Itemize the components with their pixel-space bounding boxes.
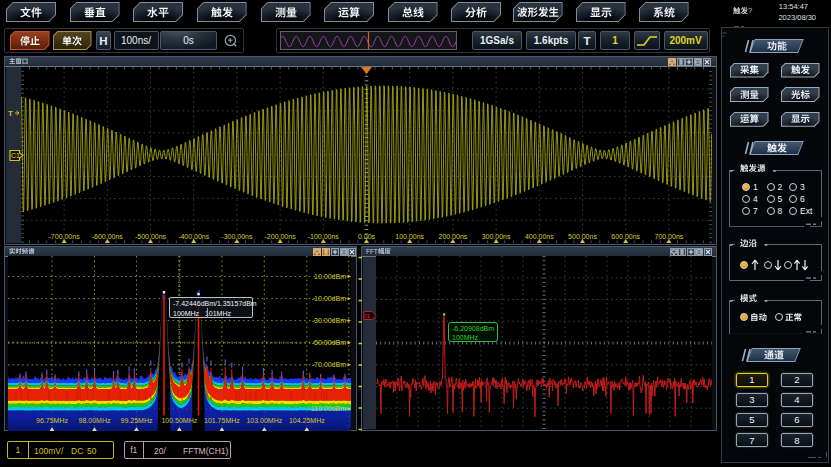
- svg-text:200.00ns: 200.00ns: [438, 233, 467, 240]
- svg-text:f1: f1: [365, 313, 371, 319]
- svg-text:T: T: [8, 109, 13, 118]
- svg-text:-700.00ns: -700.00ns: [49, 233, 81, 240]
- svg-text:400.00ns: 400.00ns: [525, 233, 554, 240]
- svg-text:-300.00ns: -300.00ns: [221, 233, 253, 240]
- svg-text:-100.00ns: -100.00ns: [308, 233, 340, 240]
- svg-text:0.00s: 0.00s: [358, 233, 376, 240]
- svg-text:-400.00ns: -400.00ns: [178, 233, 210, 240]
- svg-text:-500.00ns: -500.00ns: [135, 233, 167, 240]
- svg-text:100.00ns: 100.00ns: [395, 233, 424, 240]
- svg-text:600.00ns: 600.00ns: [611, 233, 640, 240]
- svg-text:C1: C1: [11, 152, 20, 159]
- svg-text:700.00ns: 700.00ns: [654, 233, 683, 240]
- svg-text:-200.00ns: -200.00ns: [265, 233, 297, 240]
- svg-text:500.00ns: 500.00ns: [568, 233, 597, 240]
- svg-text:-600.00ns: -600.00ns: [92, 233, 124, 240]
- svg-text:300.00ns: 300.00ns: [482, 233, 511, 240]
